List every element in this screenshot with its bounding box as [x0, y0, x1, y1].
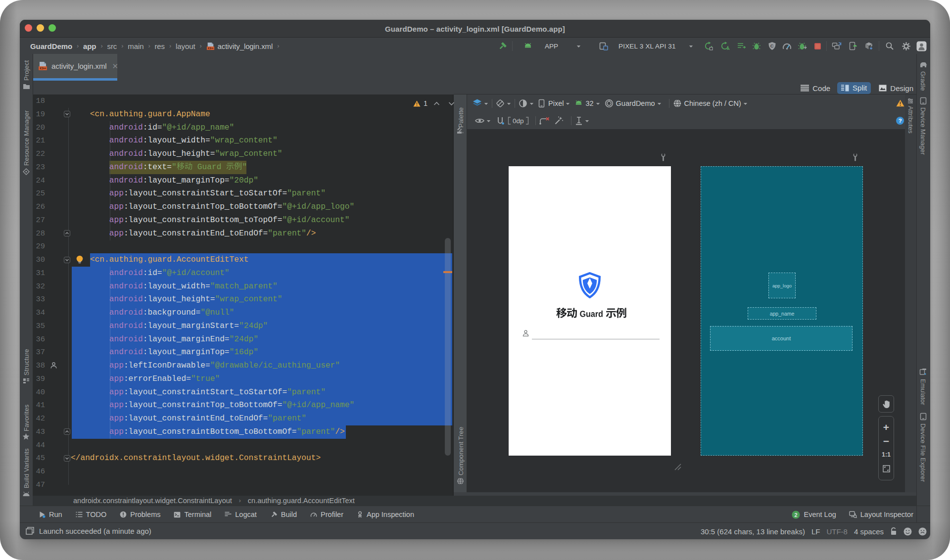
svg-text:A: A [727, 47, 730, 51]
svg-text:2: 2 [795, 512, 798, 517]
svg-text:C: C [770, 43, 774, 48]
svg-text:?: ? [899, 118, 902, 124]
